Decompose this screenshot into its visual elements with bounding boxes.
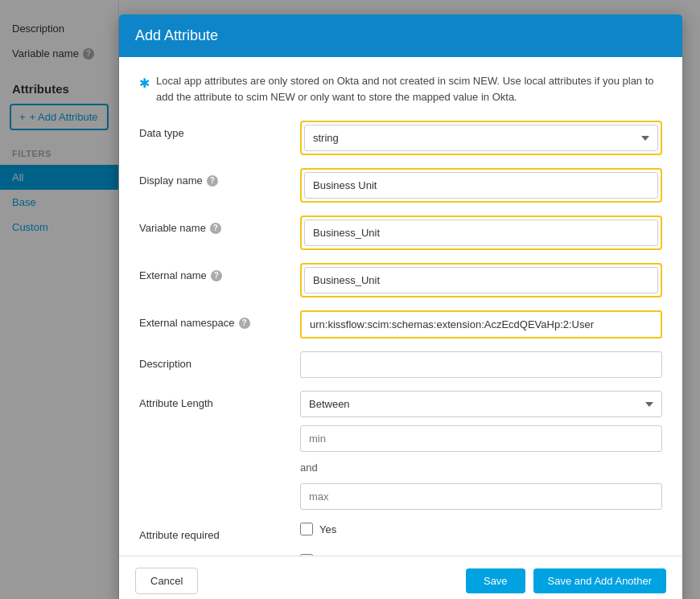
save-and-add-another-button[interactable]: Save and Add Another [533, 568, 666, 593]
external-namespace-label: External namespace ? [139, 310, 300, 329]
display-name-input[interactable] [304, 172, 658, 199]
data-type-control-wrap: string boolean integer number [300, 121, 662, 155]
attribute-length-row: Attribute Length Between Less than Great… [139, 391, 662, 510]
max-input[interactable] [300, 483, 662, 510]
attribute-length-control-wrap: Between Less than Greater than and [300, 391, 662, 510]
info-star-icon: ✱ [139, 74, 150, 93]
variable-name-row: Variable name ? [139, 215, 662, 250]
external-name-row: External name ? [139, 263, 662, 297]
external-namespace-input[interactable] [300, 310, 662, 338]
attribute-length-label: Attribute Length [139, 391, 300, 409]
modal-header: Add Attribute [119, 14, 682, 57]
external-name-label: External name ? [139, 263, 300, 281]
and-label: and [300, 460, 662, 475]
external-name-help-icon[interactable]: ? [211, 270, 222, 281]
scope-checkbox-label: User personal [319, 555, 385, 556]
description-label: Description [139, 351, 300, 370]
display-name-label: Display name ? [139, 168, 300, 187]
variable-name-help-icon-2[interactable]: ? [210, 223, 221, 234]
attribute-length-group: Between Less than Greater than and [300, 391, 662, 510]
attribute-required-checkbox-label: Yes [319, 523, 336, 535]
attribute-required-control-wrap: Yes [300, 523, 662, 535]
variable-name-input[interactable] [304, 219, 658, 246]
data-type-label: Data type [139, 121, 300, 139]
scope-label: Scope [139, 554, 300, 556]
scope-row: Scope User personal [139, 554, 662, 556]
external-name-input[interactable] [304, 267, 658, 293]
display-name-row: Display name ? [139, 168, 662, 203]
modal-body: ✱ Local app attributes are only stored o… [119, 57, 682, 556]
scope-control-wrap: User personal [300, 554, 662, 556]
footer-right-actions: Save Save and Add Another [466, 568, 666, 593]
attribute-required-row: Attribute required Yes [139, 523, 662, 541]
description-row: Description [139, 351, 662, 378]
info-banner: ✱ Local app attributes are only stored o… [139, 73, 662, 105]
min-input[interactable] [300, 425, 662, 452]
scope-checkbox[interactable] [300, 554, 313, 556]
external-namespace-help-icon[interactable]: ? [239, 318, 250, 329]
scope-checkbox-row: User personal [300, 554, 662, 556]
info-text: Local app attributes are only stored on … [156, 73, 662, 105]
modal-title: Add Attribute [135, 27, 218, 43]
save-button[interactable]: Save [466, 568, 525, 593]
description-input[interactable] [300, 351, 662, 378]
variable-name-label: Variable name ? [139, 215, 300, 234]
attribute-required-label: Attribute required [139, 523, 300, 541]
external-namespace-row: External namespace ? [139, 310, 662, 338]
add-attribute-modal: Add Attribute ✱ Local app attributes are… [119, 14, 682, 599]
external-name-control-wrap [300, 263, 662, 297]
data-type-yellow-group: string boolean integer number [300, 121, 662, 155]
data-type-select[interactable]: string boolean integer number [304, 125, 658, 151]
attribute-required-checkbox-row: Yes [300, 523, 662, 535]
display-name-control-wrap [300, 168, 662, 203]
external-namespace-control-wrap [300, 310, 662, 338]
description-control-wrap [300, 351, 662, 378]
modal-footer: Cancel Save Save and Add Another [119, 556, 682, 599]
variable-name-control-wrap [300, 215, 662, 250]
data-type-row: Data type string boolean integer number [139, 121, 662, 155]
attribute-required-checkbox[interactable] [300, 523, 313, 535]
display-name-help-icon[interactable]: ? [207, 175, 218, 187]
attribute-length-select[interactable]: Between Less than Greater than [300, 391, 662, 417]
cancel-button[interactable]: Cancel [135, 568, 198, 594]
